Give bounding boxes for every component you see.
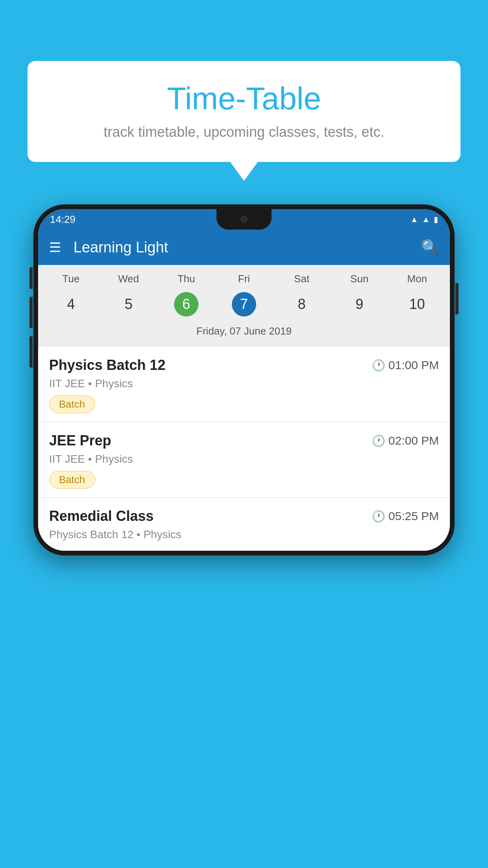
batch-badge-1: Batch [49,395,95,413]
status-icons: ▲ ▲ ▮ [410,215,438,224]
phone-outer: 14:29 ▲ ▲ ▮ ☰ Learning Light 🔍 Tue [33,204,455,555]
schedule-item-header-1: Physics Batch 12 🕐 01:00 PM [49,357,439,373]
day-name-tue: Tue [42,273,100,285]
app-bar: ☰ Learning Light 🔍 [38,230,450,265]
schedule-item-header-3: Remedial Class 🕐 05:25 PM [49,508,439,524]
schedule-sub-3: Physics Batch 12 • Physics [49,528,439,541]
silent-button [29,336,33,368]
day-name-mon: Mon [388,273,446,285]
wifi-icon: ▲ [410,215,418,224]
status-time: 14:29 [50,213,75,226]
schedule-sub-2: IIT JEE • Physics [49,453,439,465]
schedule-item-physics-batch[interactable]: Physics Batch 12 🕐 01:00 PM IIT JEE • Ph… [38,347,450,422]
app-title: Learning Light [73,239,412,256]
volume-down-button [29,297,33,328]
day-5[interactable]: 5 [100,289,158,320]
speech-bubble-container: Time-Table track timetable, upcoming cla… [28,61,460,162]
schedule-item-jee-prep[interactable]: JEE Prep 🕐 02:00 PM IIT JEE • Physics Ba… [38,422,450,498]
speech-bubble: Time-Table track timetable, upcoming cla… [28,61,460,162]
clock-icon-2: 🕐 [372,434,385,447]
day-numbers-row: 4 5 6 7 8 9 10 [42,289,446,320]
schedule-item-header-2: JEE Prep 🕐 02:00 PM [49,432,439,449]
volume-up-button [29,267,33,289]
day-4[interactable]: 4 [42,289,100,320]
clock-icon-1: 🕐 [372,359,385,372]
notch [216,209,272,230]
day-6-today[interactable]: 6 [158,289,215,320]
day-8[interactable]: 8 [273,289,330,320]
day-name-sat: Sat [273,273,330,285]
schedule-sub-1: IIT JEE • Physics [49,377,439,390]
clock-icon-3: 🕐 [372,510,385,523]
day-name-thu: Thu [158,273,215,285]
search-icon[interactable]: 🔍 [421,239,439,256]
battery-icon: ▮ [434,215,438,224]
day-7-selected[interactable]: 7 [215,289,273,320]
phone-mockup: 14:29 ▲ ▲ ▮ ☰ Learning Light 🔍 Tue [33,204,455,555]
day-10[interactable]: 10 [388,289,446,320]
schedule-title-1: Physics Batch 12 [49,357,165,373]
phone-screen: 14:29 ▲ ▲ ▮ ☰ Learning Light 🔍 Tue [38,209,450,551]
schedule-time-2: 🕐 02:00 PM [372,434,439,447]
bubble-subtitle: track timetable, upcoming classes, tests… [43,124,445,140]
day-name-sun: Sun [330,273,388,285]
schedule-time-1: 🕐 01:00 PM [372,359,439,372]
bubble-title: Time-Table [43,81,445,117]
schedule-title-3: Remedial Class [49,508,154,524]
day-name-wed: Wed [100,273,158,285]
schedule-title-2: JEE Prep [49,432,111,449]
status-bar: 14:29 ▲ ▲ ▮ [38,209,450,230]
day-names-row: Tue Wed Thu Fri Sat Sun Mon [42,273,446,285]
menu-icon[interactable]: ☰ [49,241,61,254]
camera [240,216,248,223]
day-9[interactable]: 9 [330,289,388,320]
schedule-time-3: 🕐 05:25 PM [372,509,439,523]
calendar-strip: Tue Wed Thu Fri Sat Sun Mon 4 5 6 7 [38,265,450,347]
power-button [455,283,459,314]
day-name-fri: Fri [215,273,273,285]
schedule-list: Physics Batch 12 🕐 01:00 PM IIT JEE • Ph… [38,347,450,551]
schedule-item-remedial[interactable]: Remedial Class 🕐 05:25 PM Physics Batch … [38,498,450,551]
signal-icon: ▲ [422,215,430,224]
selected-date-label: Friday, 07 June 2019 [42,325,446,343]
batch-badge-2: Batch [49,471,95,489]
